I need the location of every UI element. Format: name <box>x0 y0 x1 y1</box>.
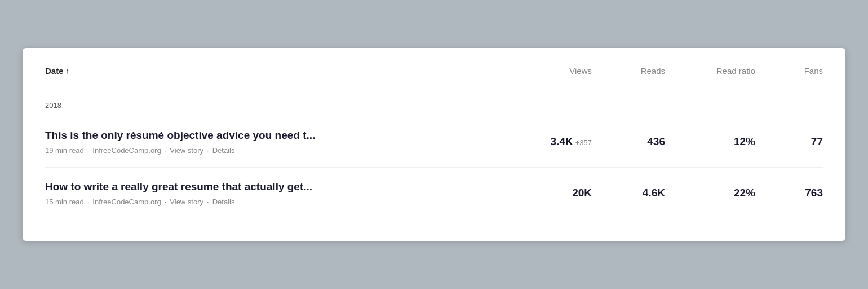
sort-arrow-icon: ↑ <box>66 67 70 75</box>
stats-card: Date ↑ Views Reads Read ratio Fans 2018 … <box>23 48 845 240</box>
story-title: This is the only résumé objective advice… <box>45 129 502 143</box>
read-ratio-column-header: Read ratio <box>665 66 755 76</box>
details-link[interactable]: Details <box>212 198 235 206</box>
read-time: 15 min read <box>45 198 84 206</box>
reads-cell: 436 <box>592 135 665 148</box>
views-delta: +357 <box>575 138 592 147</box>
table-row: This is the only résumé objective advice… <box>45 116 823 168</box>
separator: · <box>165 146 167 155</box>
publication-label: In <box>92 198 99 206</box>
year-label: 2018 <box>45 101 823 110</box>
details-link[interactable]: Details <box>212 146 235 155</box>
story-title: How to write a really great resume that … <box>45 180 502 194</box>
views-column-header: Views <box>502 66 592 76</box>
publication-label: In <box>92 146 99 155</box>
story-meta: 15 min read · In freeCodeCamp.org · View… <box>45 198 502 206</box>
reads-cell: 4.6K <box>592 187 665 199</box>
read-ratio-cell: 12% <box>665 135 755 148</box>
date-column-header[interactable]: Date ↑ <box>45 66 502 76</box>
publication-link[interactable]: freeCodeCamp.org <box>99 198 161 206</box>
separator: · <box>87 198 90 206</box>
views-value: 3.4K <box>551 135 573 147</box>
story-info: This is the only résumé objective advice… <box>45 129 502 155</box>
views-value: 20K <box>572 187 592 199</box>
fans-cell: 77 <box>755 135 823 148</box>
read-time: 19 min read <box>45 146 84 155</box>
fans-cell: 763 <box>755 187 823 199</box>
fans-column-header: Fans <box>755 66 823 76</box>
story-info: How to write a really great resume that … <box>45 180 502 206</box>
read-ratio-cell: 22% <box>665 187 755 199</box>
separator: · <box>207 198 209 206</box>
date-label: Date <box>45 66 64 76</box>
views-cell: 20K <box>502 187 592 199</box>
table-header: Date ↑ Views Reads Read ratio Fans <box>45 66 823 85</box>
separator: · <box>165 198 167 206</box>
view-story-link[interactable]: View story <box>170 198 203 206</box>
view-story-link[interactable]: View story <box>170 146 203 155</box>
story-meta: 19 min read · In freeCodeCamp.org · View… <box>45 146 502 155</box>
table-row: How to write a really great resume that … <box>45 168 823 218</box>
separator: · <box>207 146 209 155</box>
views-cell: 3.4K+357 <box>502 135 592 148</box>
reads-column-header: Reads <box>592 66 665 76</box>
separator: · <box>87 146 90 155</box>
publication-link[interactable]: freeCodeCamp.org <box>99 146 161 155</box>
